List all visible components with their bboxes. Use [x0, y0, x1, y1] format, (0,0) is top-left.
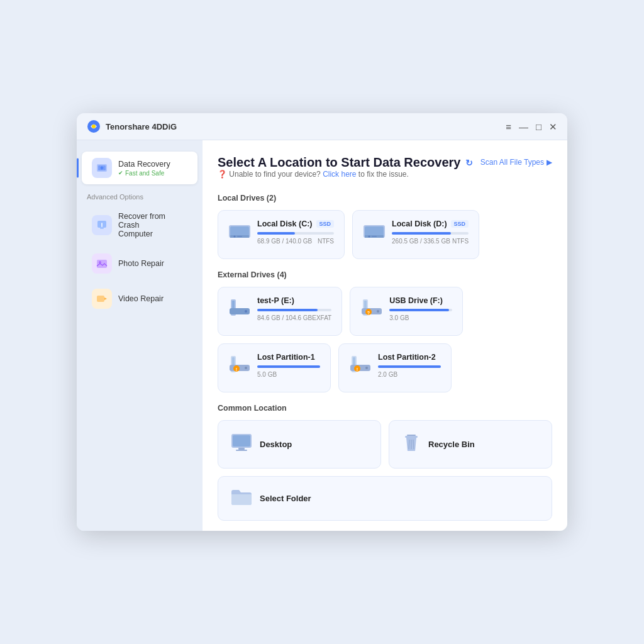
svg-point-23: [245, 310, 247, 313]
svg-rect-8: [97, 296, 104, 302]
location-card-recycle[interactable]: Recycle Bin: [389, 420, 552, 469]
drive-name-e: test-P (E:): [257, 296, 294, 305]
svg-rect-47: [405, 436, 418, 438]
refresh-icon[interactable]: ↻: [465, 158, 473, 168]
drive-name-c: Local Disk (C:): [257, 219, 313, 228]
svg-point-27: [377, 310, 379, 313]
close-icon[interactable]: ✕: [549, 122, 557, 131]
page-title-group: Select A Location to Start Data Recovery…: [218, 155, 473, 190]
drive-info-lp1: Lost Partition-1 5.0 GB: [257, 353, 320, 378]
drive-card-d[interactable]: Local Disk (D:) SSD 260.5 GB / 336.5 GB …: [352, 210, 479, 259]
location-card-desktop[interactable]: Desktop: [218, 420, 381, 469]
drive-icon-d: [363, 221, 386, 243]
svg-point-39: [365, 367, 368, 369]
sidebar-label-video: Video Repair: [118, 294, 164, 303]
sidebar-label-data-recovery: Data Recovery: [118, 160, 170, 169]
photo-repair-icon: [92, 253, 112, 274]
sidebar: Data Recovery ✔ Fast and Safe Advanced O…: [77, 140, 203, 531]
sidebar-item-photo[interactable]: Photo Repair: [82, 247, 197, 280]
drive-card-lp2[interactable]: ! Lost Partition-2 2.0 GB: [338, 343, 452, 392]
app-title: Tenorshare 4DDiG: [106, 122, 177, 131]
common-location-label: Common Location: [218, 404, 552, 413]
page-title: Select A Location to Start Data Recovery…: [218, 155, 473, 170]
app-window: Tenorshare 4DDiG ≡ — □ ✕ Data Re: [77, 113, 567, 531]
sidebar-item-crash[interactable]: Recover from Crash Computer: [82, 206, 197, 245]
svg-text:!: !: [357, 367, 358, 372]
drive-bar-fill-e: [257, 309, 318, 311]
svg-rect-46: [407, 435, 416, 436]
drive-meta-d: 260.5 GB / 336.5 GB NTFS: [392, 238, 469, 245]
sidebar-label-crash: Recover from Crash Computer: [118, 212, 187, 238]
minimize-icon[interactable]: —: [519, 122, 528, 131]
external-drives-grid: test-P (E:) 84.6 GB / 104.6 GB EXFAT: [218, 287, 552, 392]
location-card-folder[interactable]: Select Folder: [218, 476, 552, 521]
maximize-icon[interactable]: □: [536, 122, 541, 131]
drive-bar-fill-lp1: [257, 365, 320, 368]
drive-icon-f: ?: [360, 298, 383, 320]
location-grid: Desktop Recycle Bin: [218, 420, 552, 521]
crash-icon: [92, 215, 112, 235]
drive-card-top-f: ? USB Drive (F:) 3.0 GB: [360, 296, 452, 321]
drive-bar-track-lp1: [257, 365, 320, 368]
app-logo-icon: [87, 119, 101, 133]
help-text: ❓ Unable to find your device? Click here…: [218, 170, 473, 179]
title-bar-controls: ≡ — □ ✕: [506, 122, 557, 131]
drive-bar-fill-lp2: [378, 365, 441, 368]
drive-bar-track-d: [392, 232, 469, 235]
sidebar-item-data-recovery[interactable]: Data Recovery ✔ Fast and Safe: [82, 152, 197, 184]
content-area: Select A Location to Start Data Recovery…: [203, 140, 567, 531]
drive-info-d: Local Disk (D:) SSD 260.5 GB / 336.5 GB …: [392, 219, 469, 245]
svg-rect-14: [237, 236, 242, 237]
sidebar-text-group-recovery: Data Recovery ✔ Fast and Safe: [118, 160, 170, 177]
drive-badge-d: SSD: [451, 220, 469, 228]
svg-point-18: [369, 235, 370, 237]
recycle-bin-icon: [402, 432, 421, 457]
drive-card-lp1[interactable]: ! Lost Partition-1 5.0 GB: [218, 343, 331, 392]
local-drives-label: Local Drives (2): [218, 194, 552, 203]
external-drives-label: External Drives (4): [218, 270, 552, 279]
local-drives-grid: Local Disk (C:) SSD 68.9 GB / 140.0 GB N…: [218, 210, 552, 259]
drive-card-f[interactable]: ? USB Drive (F:) 3.0 GB: [350, 287, 463, 336]
drive-meta-lp2: 2.0 GB: [378, 371, 441, 378]
svg-rect-5: [100, 228, 104, 229]
drive-name-f: USB Drive (F:): [389, 296, 443, 305]
drive-bar-fill-c: [257, 232, 295, 235]
drive-card-top-lp2: ! Lost Partition-2 2.0 GB: [349, 353, 441, 378]
desktop-label: Desktop: [260, 440, 292, 449]
menu-icon[interactable]: ≡: [506, 122, 511, 131]
recycle-label: Recycle Bin: [428, 440, 475, 449]
scan-all-link[interactable]: Scan All File Types ▶: [480, 158, 552, 167]
drive-bar-fill-f: [389, 309, 449, 311]
svg-rect-45: [236, 450, 247, 451]
main-layout: Data Recovery ✔ Fast and Safe Advanced O…: [77, 140, 567, 531]
drive-info-e: test-P (E:) 84.6 GB / 104.6 GB EXFAT: [257, 296, 331, 321]
svg-rect-44: [238, 448, 245, 450]
drive-bar-fill-d: [392, 232, 451, 235]
sidebar-label-photo: Photo Repair: [118, 259, 164, 268]
drive-card-c[interactable]: Local Disk (C:) SSD 68.9 GB / 140.0 GB N…: [218, 210, 345, 259]
help-icon: ❓: [218, 170, 227, 179]
svg-rect-16: [365, 226, 384, 236]
select-folder-label: Select Folder: [260, 494, 311, 503]
sidebar-subtitle-recovery: ✔ Fast and Safe: [118, 170, 170, 177]
svg-point-1: [92, 125, 96, 128]
svg-rect-6: [97, 260, 107, 268]
sidebar-item-video[interactable]: Video Repair: [82, 282, 197, 315]
drive-meta-e: 84.6 GB / 104.6 GB EXFAT: [257, 314, 331, 321]
drive-card-top-d: Local Disk (D:) SSD 260.5 GB / 336.5 GB …: [363, 219, 469, 245]
drive-info-lp2: Lost Partition-2 2.0 GB: [378, 353, 441, 378]
desktop-icon: [231, 433, 252, 455]
drive-bar-track-f: [389, 309, 452, 311]
drive-card-e[interactable]: test-P (E:) 84.6 GB / 104.6 GB EXFAT: [218, 287, 342, 336]
help-link[interactable]: Click here: [323, 170, 356, 179]
drive-bar-track-c: [257, 232, 334, 235]
drive-meta-f: 3.0 GB: [389, 314, 452, 321]
drive-card-top-lp1: ! Lost Partition-1 5.0 GB: [228, 353, 320, 378]
drive-bar-track-e: [257, 309, 331, 311]
svg-point-13: [234, 235, 236, 237]
drive-icon-lp2: !: [349, 355, 372, 377]
drive-name-lp1: Lost Partition-1: [257, 353, 315, 362]
drive-meta-lp1: 5.0 GB: [257, 371, 320, 378]
drive-name-lp2: Lost Partition-2: [378, 353, 436, 362]
video-repair-icon: [92, 289, 112, 309]
